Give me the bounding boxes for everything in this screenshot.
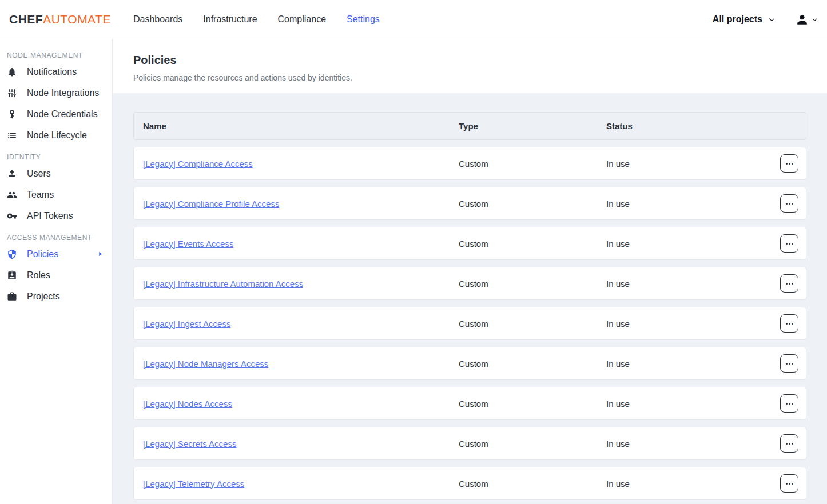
sidebar-item-policies[interactable]: Policies <box>0 243 112 265</box>
policy-status: In use <box>606 279 780 289</box>
policy-status: In use <box>606 439 780 449</box>
sidebar-item-node-integrations[interactable]: Node Integrations <box>0 82 112 103</box>
ellipsis-icon <box>786 363 793 365</box>
sidebar-item-label: Node Credentials <box>27 109 98 119</box>
logo-automate-text: AUTOMATE <box>43 13 111 26</box>
column-header-type: Type <box>459 121 606 131</box>
chevron-down-icon <box>812 17 818 23</box>
policy-name-cell: [Legacy] Telemetry Access <box>143 479 459 489</box>
main-content: Policies Policies manage the resources a… <box>113 39 827 504</box>
sidebar-item-teams[interactable]: Teams <box>0 184 112 205</box>
nav-tab-compliance[interactable]: Compliance <box>278 14 326 25</box>
sidebar-item-users[interactable]: Users <box>0 163 112 184</box>
table-row: [Legacy] Secrets AccessCustomIn use <box>133 427 806 460</box>
table-row: [Legacy] Ingest AccessCustomIn use <box>133 307 806 340</box>
sidebar-item-label: Node Integrations <box>27 88 99 98</box>
sliders-icon <box>7 88 17 98</box>
table-row: [Legacy] Infrastructure Automation Acces… <box>133 267 806 300</box>
ellipsis-icon <box>786 403 793 405</box>
row-actions-menu-button[interactable] <box>780 434 798 453</box>
sidebar-item-label: Teams <box>27 190 54 200</box>
policy-link[interactable]: [Legacy] Secrets Access <box>143 439 236 449</box>
sidebar-section-identity: IDENTITYUsersTeamsAPI Tokens <box>0 151 112 226</box>
row-actions-menu-button[interactable] <box>780 234 798 253</box>
list-icon <box>7 130 17 141</box>
column-header-name: Name <box>143 121 459 131</box>
nav-tab-infrastructure[interactable]: Infrastructure <box>203 14 257 25</box>
policy-type: Custom <box>459 199 606 209</box>
policy-link[interactable]: [Legacy] Telemetry Access <box>143 479 244 489</box>
sidebar-item-api-tokens[interactable]: API Tokens <box>0 205 112 226</box>
sidebar-section-node-management: NODE MANAGEMENTNotificationsNode Integra… <box>0 50 112 146</box>
policy-name-cell: [Legacy] Node Managers Access <box>143 359 459 369</box>
projects-filter-label: All projects <box>713 14 762 25</box>
user-menu[interactable] <box>795 13 818 27</box>
table-row: [Legacy] Events AccessCustomIn use <box>133 227 806 260</box>
policy-status: In use <box>606 479 780 489</box>
policy-link[interactable]: [Legacy] Events Access <box>143 239 233 249</box>
ellipsis-icon <box>786 163 793 165</box>
policy-status: In use <box>606 399 780 409</box>
top-navigation-bar: CHEFAUTOMATE DashboardsInfrastructureCom… <box>0 0 827 39</box>
sidebar-item-projects[interactable]: Projects <box>0 286 112 307</box>
table-row: [Legacy] Telemetry AccessCustomIn use <box>133 467 806 500</box>
policy-status: In use <box>606 199 780 209</box>
sidebar-item-roles[interactable]: Roles <box>0 265 112 286</box>
table-header: NameTypeStatus <box>133 112 806 140</box>
row-actions-menu-button[interactable] <box>780 194 798 213</box>
briefcase-icon <box>7 291 17 302</box>
row-actions-menu-button[interactable] <box>780 274 798 293</box>
topbar-right: All projects <box>713 13 818 27</box>
policy-link[interactable]: [Legacy] Compliance Profile Access <box>143 199 279 209</box>
logo-chef-text: CHEF <box>9 13 43 26</box>
sidebar-item-label: API Tokens <box>27 211 73 221</box>
policy-name-cell: [Legacy] Events Access <box>143 239 459 249</box>
policies-table: NameTypeStatus [Legacy] Compliance Acces… <box>113 93 827 504</box>
ellipsis-icon <box>786 483 793 485</box>
sidebar-section-title: ACCESS MANAGEMENT <box>0 232 112 243</box>
policy-name-cell: [Legacy] Compliance Profile Access <box>143 199 459 209</box>
bell-icon <box>7 67 17 77</box>
policy-type: Custom <box>459 319 606 329</box>
table-row: [Legacy] Compliance Profile AccessCustom… <box>133 187 806 220</box>
sidebar-item-label: Node Lifecycle <box>27 130 87 141</box>
sidebar-item-notifications[interactable]: Notifications <box>0 61 112 82</box>
sidebar-item-node-lifecycle[interactable]: Node Lifecycle <box>0 125 112 146</box>
person-icon <box>7 169 17 179</box>
row-actions-menu-button[interactable] <box>780 474 798 493</box>
sidebar-item-label: Projects <box>27 291 60 302</box>
group-icon <box>7 190 17 200</box>
sidebar-section-title: IDENTITY <box>0 151 112 163</box>
policies-table-body: [Legacy] Compliance AccessCustomIn use[L… <box>133 147 806 500</box>
row-actions-menu-button[interactable] <box>780 154 798 173</box>
page-header: Policies Policies manage the resources a… <box>113 39 827 93</box>
table-row: [Legacy] Compliance AccessCustomIn use <box>133 147 806 180</box>
policy-type: Custom <box>459 399 606 409</box>
policy-type: Custom <box>459 479 606 489</box>
badge-icon <box>7 270 17 281</box>
policy-status: In use <box>606 359 780 369</box>
sidebar-section-access-management: ACCESS MANAGEMENTPoliciesRolesProjects <box>0 232 112 307</box>
row-actions-menu-button[interactable] <box>780 314 798 333</box>
policy-name-cell: [Legacy] Infrastructure Automation Acces… <box>143 279 459 289</box>
row-actions-menu-button[interactable] <box>780 394 798 413</box>
nav-tab-settings[interactable]: Settings <box>347 14 380 25</box>
sidebar-item-label: Notifications <box>27 67 77 77</box>
nav-tab-dashboards[interactable]: Dashboards <box>133 14 182 25</box>
policy-link[interactable]: [Legacy] Infrastructure Automation Acces… <box>143 279 303 289</box>
projects-filter-dropdown[interactable]: All projects <box>713 14 776 25</box>
table-row: [Legacy] Node Managers AccessCustomIn us… <box>133 347 806 380</box>
policy-link[interactable]: [Legacy] Ingest Access <box>143 319 230 329</box>
sidebar-section-title: NODE MANAGEMENT <box>0 50 112 61</box>
policy-type: Custom <box>459 439 606 449</box>
chef-automate-logo[interactable]: CHEFAUTOMATE <box>9 13 133 26</box>
chevron-down-icon <box>768 16 776 23</box>
sidebar-item-node-credentials[interactable]: Node Credentials <box>0 103 112 125</box>
policy-type: Custom <box>459 359 606 369</box>
caret-right-icon <box>97 250 104 258</box>
policy-link[interactable]: [Legacy] Node Managers Access <box>143 359 268 369</box>
page-title: Policies <box>133 54 806 67</box>
row-actions-menu-button[interactable] <box>780 354 798 373</box>
policy-link[interactable]: [Legacy] Nodes Access <box>143 399 232 409</box>
policy-link[interactable]: [Legacy] Compliance Access <box>143 159 253 169</box>
